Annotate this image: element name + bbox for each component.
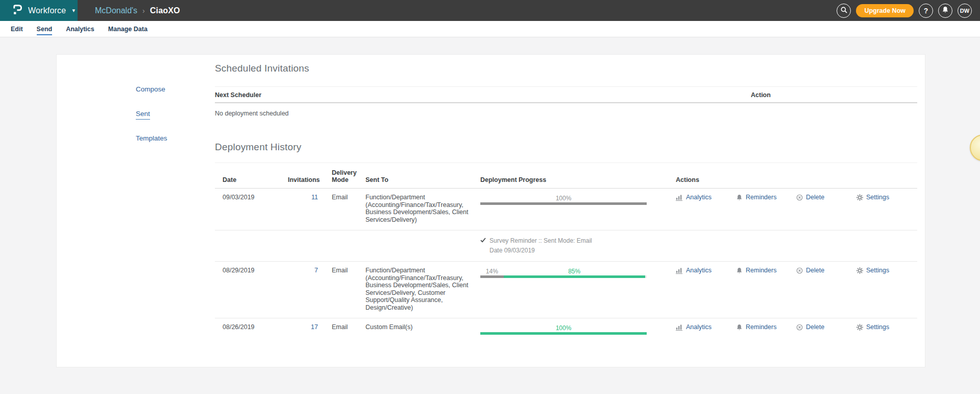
top-app-bar: Workforce ▾ McDonald's › CiaoXO Upgrade … [0, 0, 980, 21]
cell-delivery-mode: Email [324, 267, 365, 311]
scheduled-table-header: Next Scheduler Action [215, 86, 917, 103]
reminders-action-button[interactable]: Reminders [736, 194, 796, 201]
bar-chart-icon [676, 267, 683, 274]
upgrade-now-button[interactable]: Upgrade Now [856, 4, 914, 17]
reminders-action-button[interactable]: Reminders [736, 267, 796, 274]
action-label: Settings [866, 194, 889, 201]
gear-icon [856, 324, 863, 331]
circle-x-icon [796, 267, 803, 274]
analytics-action-button[interactable]: Analytics [676, 323, 736, 331]
progress-segment-green: 85% [504, 275, 645, 278]
action-label: Reminders [746, 194, 776, 201]
circle-x-icon [796, 324, 803, 331]
scheduled-invitations-title: Scheduled Invitations [215, 63, 917, 74]
avatar[interactable]: DW [958, 4, 972, 18]
gear-icon [856, 194, 863, 201]
nav-tab-analytics[interactable]: Analytics [66, 23, 94, 35]
cell-delivery-mode: Email [324, 323, 365, 335]
row-actions: AnalyticsRemindersDeleteSettings [676, 323, 917, 335]
product-name: Workforce [28, 6, 66, 15]
history-table-header: Date Invitations Delivery Mode Sent To D… [215, 163, 917, 189]
send-panel: ComposeSentTemplates Scheduled Invitatio… [56, 54, 925, 367]
reminders-action-button[interactable]: Reminders [736, 323, 796, 331]
reminder-summary: Survey Reminder :: Sent Mode: Email [489, 237, 592, 244]
invitations-count-link[interactable]: 7 [314, 267, 318, 274]
settings-action-button[interactable]: Settings [856, 194, 917, 201]
column-delivery-mode: Delivery Mode [324, 169, 365, 183]
reminder-date: Date 09/03/2019 [480, 247, 917, 254]
column-deployment-progress: Deployment Progress [473, 176, 676, 183]
chevron-right-icon: › [142, 7, 145, 15]
action-label: Analytics [686, 194, 712, 201]
deployment-progress-bar: 100% [480, 194, 647, 205]
cell-sent-to: Function/Department (Accounting/Finance/… [365, 194, 473, 223]
deployment-history-table: Date Invitations Delivery Mode Sent To D… [215, 163, 917, 341]
progress-label: 14% [480, 268, 504, 275]
deployment-history-title: Deployment History [215, 142, 917, 153]
history-row: 08/29/2019 7 Email Function/Department (… [215, 261, 917, 318]
bell-icon [736, 324, 743, 331]
cell-sent-to: Function/Department (Accounting/Finance/… [365, 267, 473, 311]
bar-chart-icon [676, 323, 683, 331]
sent-content: Scheduled Invitations Next Scheduler Act… [215, 55, 926, 367]
chevron-down-icon: ▾ [72, 7, 75, 14]
sidebar-item-sent[interactable]: Sent [136, 110, 150, 120]
action-label: Analytics [686, 267, 712, 274]
scheduled-empty-message: No deployment scheduled [215, 103, 917, 125]
action-label: Delete [806, 267, 824, 274]
progress-label: 100% [480, 195, 647, 202]
action-label: Delete [806, 323, 824, 331]
bell-icon [942, 6, 949, 15]
action-label: Analytics [686, 323, 712, 331]
question-mark-icon: ? [924, 7, 928, 15]
invitations-count-link[interactable]: 17 [311, 323, 318, 331]
progress-label: 100% [480, 325, 647, 332]
action-label: Settings [866, 267, 889, 274]
search-button[interactable] [837, 4, 851, 18]
cell-date: 09/03/2019 [215, 194, 288, 223]
workforce-logo-icon [12, 4, 23, 17]
column-invitations: Invitations [288, 176, 324, 183]
check-icon [480, 237, 486, 244]
workforce-brand-menu[interactable]: Workforce ▾ [0, 0, 78, 21]
row-actions: AnalyticsRemindersDeleteSettings [676, 267, 917, 311]
analytics-action-button[interactable]: Analytics [676, 267, 736, 274]
reminder-sub-row: Survey Reminder :: Sent Mode: Email Date… [215, 230, 917, 261]
cell-date: 08/29/2019 [215, 267, 288, 311]
history-row: 09/03/2019 11 Email Function/Department … [215, 189, 917, 230]
column-sent-to: Sent To [365, 176, 473, 183]
column-next-scheduler: Next Scheduler [215, 91, 751, 99]
action-label: Reminders [746, 323, 776, 331]
delete-action-button[interactable]: Delete [796, 267, 856, 274]
notifications-button[interactable] [938, 4, 952, 18]
deployment-progress-bar: 100% [480, 324, 647, 335]
settings-action-button[interactable]: Settings [856, 267, 917, 274]
nav-tab-send[interactable]: Send [37, 23, 53, 35]
cell-date: 08/26/2019 [215, 323, 288, 335]
history-rows: 09/03/2019 11 Email Function/Department … [215, 189, 917, 341]
breadcrumb-directory-link[interactable]: McDonald's [95, 6, 137, 15]
analytics-action-button[interactable]: Analytics [676, 194, 736, 201]
send-sidebar: ComposeSentTemplates [57, 55, 215, 367]
invitations-count-link[interactable]: 11 [311, 194, 318, 201]
sidebar-item-compose[interactable]: Compose [136, 85, 165, 95]
nav-tab-edit[interactable]: Edit [11, 23, 23, 35]
column-actions: Actions [676, 176, 917, 183]
action-label: Settings [866, 323, 889, 331]
bell-icon [736, 194, 743, 201]
delete-action-button[interactable]: Delete [796, 194, 856, 201]
action-label: Reminders [746, 267, 776, 274]
sidebar-item-templates[interactable]: Templates [136, 134, 167, 144]
cell-delivery-mode: Email [324, 194, 365, 223]
settings-action-button[interactable]: Settings [856, 323, 917, 331]
history-row: 08/26/2019 17 Email Custom Email(s) 100%… [215, 318, 917, 341]
search-icon [840, 6, 848, 15]
bar-chart-icon [676, 194, 683, 201]
nav-tab-manage-data[interactable]: Manage Data [108, 23, 148, 35]
action-label: Delete [806, 194, 824, 201]
help-button[interactable]: ? [919, 4, 933, 18]
breadcrumb-current-project: CiaoXO [150, 6, 180, 15]
delete-action-button[interactable]: Delete [796, 323, 856, 331]
progress-segment-gray: 100% [480, 202, 647, 205]
page-body: ComposeSentTemplates Scheduled Invitatio… [0, 37, 980, 367]
